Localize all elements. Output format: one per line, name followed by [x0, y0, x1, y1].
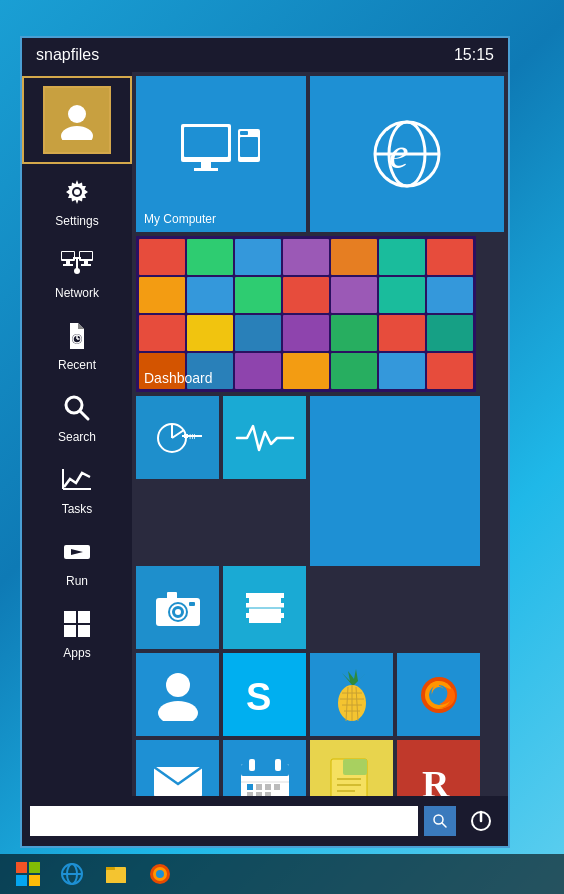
power-button[interactable] — [462, 802, 500, 840]
svg-rect-33 — [194, 168, 218, 171]
svg-rect-103 — [29, 875, 40, 886]
svg-rect-26 — [64, 611, 76, 623]
sidebar-item-tasks[interactable]: Tasks — [22, 454, 132, 524]
tile-sticky[interactable] — [310, 740, 393, 796]
tile-large-blue[interactable] — [310, 396, 480, 566]
sidebar-label-apps: Apps — [63, 646, 90, 660]
tile-row-6: R — [136, 740, 504, 796]
pulse-svg — [235, 418, 295, 458]
sidebar-label-search: Search — [58, 430, 96, 444]
network-svg — [60, 249, 94, 279]
svg-rect-22 — [63, 488, 91, 490]
ie-taskbar-icon — [60, 862, 84, 886]
tile-video[interactable] — [223, 566, 306, 649]
search-input[interactable] — [30, 806, 418, 836]
firefox-svg — [412, 668, 466, 722]
mail-icon — [136, 740, 219, 796]
header: snapfiles 15:15 — [22, 38, 508, 72]
svg-point-49 — [175, 609, 181, 615]
sidebar-label-recent: Recent — [58, 358, 96, 372]
firefox-icon — [397, 653, 480, 736]
tiles-area: My Computer e — [132, 72, 508, 796]
sidebar-item-apps[interactable]: Apps — [22, 598, 132, 668]
tile-rtype[interactable]: R — [397, 740, 480, 796]
tropical-svg — [322, 665, 382, 725]
svg-rect-109 — [106, 870, 126, 883]
svg-rect-28 — [64, 625, 76, 637]
svg-rect-10 — [80, 252, 92, 259]
search-button[interactable] — [424, 806, 456, 836]
taskbar-explorer[interactable] — [96, 856, 136, 892]
svg-text:e: e — [389, 129, 409, 178]
tile-row-4 — [136, 566, 504, 649]
svg-rect-80 — [275, 759, 281, 771]
apps-icon — [59, 606, 95, 642]
my-computer-icon-area — [136, 76, 306, 232]
tile-tropical[interactable] — [310, 653, 393, 736]
tile-chart[interactable]: III — [136, 396, 219, 479]
sidebar-item-network[interactable]: Network — [22, 238, 132, 308]
tile-ie[interactable]: e — [310, 76, 504, 232]
svg-rect-36 — [240, 131, 248, 135]
tile-dashboard[interactable]: Dashboard — [136, 236, 476, 392]
taskbar — [0, 854, 564, 894]
svg-rect-85 — [274, 784, 280, 790]
start-menu: snapfiles 15:15 — [20, 36, 510, 848]
tile-row-3: III — [136, 396, 504, 566]
tile-camera[interactable] — [136, 566, 219, 649]
calendar-svg — [238, 756, 292, 797]
tile-calendar[interactable] — [223, 740, 306, 796]
windows-logo — [16, 862, 40, 886]
svg-rect-102 — [16, 875, 27, 886]
svg-rect-32 — [201, 162, 211, 168]
svg-rect-27 — [78, 611, 90, 623]
computer-icon — [176, 119, 266, 189]
power-icon — [469, 809, 493, 833]
sidebar: Settings — [22, 72, 132, 796]
sidebar-item-recent[interactable]: Recent — [22, 310, 132, 380]
svg-rect-35 — [240, 137, 258, 157]
tile-firefox[interactable] — [397, 653, 480, 736]
sidebar-item-search[interactable]: Search — [22, 382, 132, 452]
svg-rect-88 — [265, 792, 271, 797]
tile-row-5: S — [136, 653, 504, 736]
explorer-icon — [104, 862, 128, 886]
camera-svg — [153, 588, 203, 628]
user-icon — [57, 100, 97, 140]
sidebar-label-tasks: Tasks — [62, 502, 93, 516]
tile-mail[interactable] — [136, 740, 219, 796]
svg-point-4 — [74, 189, 80, 195]
svg-rect-31 — [184, 127, 228, 157]
svg-rect-58 — [281, 593, 284, 598]
tropical-icon — [310, 653, 393, 736]
svg-rect-60 — [281, 613, 284, 618]
search-icon — [59, 390, 95, 426]
run-icon — [59, 534, 95, 570]
contact-icon — [136, 653, 219, 736]
svg-rect-56 — [246, 603, 249, 608]
sidebar-item-user[interactable] — [22, 76, 132, 164]
svg-rect-51 — [189, 602, 195, 606]
tile-skype[interactable]: S — [223, 653, 306, 736]
svg-rect-84 — [265, 784, 271, 790]
taskbar-ie[interactable] — [52, 856, 92, 892]
pulse-icon — [223, 396, 306, 479]
taskbar-firefox[interactable] — [140, 856, 180, 892]
sidebar-item-run[interactable]: Run — [22, 526, 132, 596]
svg-rect-15 — [76, 257, 78, 271]
rtype-icon: R — [397, 740, 480, 796]
contact-svg — [156, 669, 200, 721]
taskbar-start[interactable] — [8, 856, 48, 892]
main-content: Settings — [22, 72, 508, 796]
svg-text:S: S — [246, 676, 271, 718]
tile-contact[interactable] — [136, 653, 219, 736]
sidebar-item-settings[interactable]: Settings — [22, 166, 132, 236]
svg-rect-12 — [81, 264, 91, 266]
svg-point-1 — [61, 126, 93, 140]
tile-pulse[interactable] — [223, 396, 306, 479]
tile-my-computer[interactable]: My Computer — [136, 76, 306, 232]
svg-rect-55 — [246, 593, 249, 598]
sidebar-label-network: Network — [55, 286, 99, 300]
camera-icon — [136, 566, 219, 649]
svg-rect-11 — [84, 261, 88, 264]
